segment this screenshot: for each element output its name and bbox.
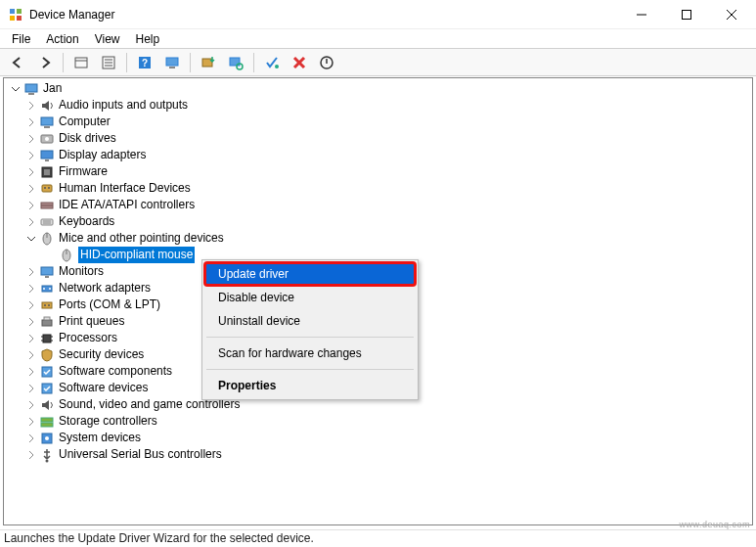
chevron-right-icon[interactable] xyxy=(23,267,39,277)
chevron-right-icon[interactable] xyxy=(23,384,39,393)
svg-rect-48 xyxy=(45,276,49,278)
tree-node[interactable]: Disk drives xyxy=(4,130,752,147)
show-hidden-button[interactable] xyxy=(69,51,93,74)
chevron-right-icon[interactable] xyxy=(23,334,39,343)
keyboard-icon xyxy=(39,214,55,230)
tree-node-label: Computer xyxy=(59,114,114,130)
chevron-right-icon[interactable] xyxy=(23,450,39,460)
tree-node-label: IDE ATA/ATAPI controllers xyxy=(59,197,199,213)
tree-node[interactable]: Computer xyxy=(4,114,752,130)
tree-node-label: Ports (COM & LPT) xyxy=(59,296,164,313)
context-menu-item[interactable]: Disable device xyxy=(204,286,416,309)
svg-rect-47 xyxy=(41,267,53,275)
chevron-right-icon[interactable] xyxy=(23,167,39,177)
enable-button[interactable] xyxy=(260,51,284,74)
svg-rect-16 xyxy=(166,58,178,66)
menu-view[interactable]: View xyxy=(87,31,128,47)
chevron-right-icon[interactable] xyxy=(23,151,39,160)
tree-node[interactable]: Display adapters xyxy=(4,147,752,163)
tree-node[interactable]: Keyboards xyxy=(4,213,752,230)
chevron-right-icon[interactable] xyxy=(23,201,39,210)
chevron-right-icon[interactable] xyxy=(23,400,39,410)
processor-icon xyxy=(39,331,55,346)
tree-node[interactable]: IDE ATA/ATAPI controllers xyxy=(4,197,752,213)
update-driver-button[interactable] xyxy=(197,51,220,74)
svg-point-30 xyxy=(45,137,49,141)
tree-node[interactable]: Universal Serial Bus controllers xyxy=(4,446,752,463)
svg-rect-55 xyxy=(42,320,52,326)
disk-icon xyxy=(39,131,55,147)
properties-button[interactable] xyxy=(97,51,120,74)
software-icon xyxy=(39,381,55,396)
chevron-down-icon[interactable] xyxy=(23,234,39,244)
menu-help[interactable]: Help xyxy=(128,31,168,47)
svg-rect-57 xyxy=(43,335,51,342)
app-icon xyxy=(8,7,23,23)
back-button[interactable] xyxy=(6,51,29,74)
svg-rect-65 xyxy=(41,423,53,427)
chevron-down-icon[interactable] xyxy=(8,84,23,94)
minimize-button[interactable] xyxy=(619,0,664,29)
tree-node-label: Jan xyxy=(43,80,66,97)
tree-node[interactable]: System devices xyxy=(4,430,752,446)
svg-rect-64 xyxy=(41,418,53,422)
menu-action[interactable]: Action xyxy=(38,31,86,47)
scan-hardware-button[interactable] xyxy=(224,51,247,74)
toolbar-separator xyxy=(126,53,127,72)
menu-separator xyxy=(206,369,414,370)
chevron-right-icon[interactable] xyxy=(23,350,39,360)
menu-separator xyxy=(206,337,414,338)
disable-button[interactable] xyxy=(315,51,338,74)
chevron-right-icon[interactable] xyxy=(23,317,39,327)
tree-node[interactable]: Storage controllers xyxy=(4,413,752,430)
close-button[interactable] xyxy=(709,0,754,29)
tree-node-label: Audio inputs and outputs xyxy=(59,97,192,114)
chevron-right-icon[interactable] xyxy=(23,217,39,227)
audio-icon xyxy=(39,98,55,114)
chevron-right-icon[interactable] xyxy=(23,134,39,144)
chevron-right-icon[interactable] xyxy=(23,101,39,111)
maximize-button[interactable] xyxy=(664,0,709,29)
tree-node[interactable]: Audio inputs and outputs xyxy=(4,97,752,114)
svg-rect-0 xyxy=(10,9,15,14)
window-title: Device Manager xyxy=(29,8,114,22)
tree-node[interactable]: Firmware xyxy=(4,163,752,180)
svg-rect-52 xyxy=(42,302,52,308)
monitor-icon xyxy=(39,264,55,280)
tree-node-label: Software devices xyxy=(59,380,152,396)
security-icon xyxy=(39,347,55,363)
context-menu-item[interactable]: Update driver xyxy=(203,261,417,287)
chevron-right-icon[interactable] xyxy=(23,367,39,377)
chevron-right-icon[interactable] xyxy=(23,184,39,194)
network-icon xyxy=(39,281,55,296)
context-menu-item[interactable]: Properties xyxy=(204,374,416,397)
tree-node-label: Keyboards xyxy=(59,213,118,230)
tree-node[interactable]: Jan xyxy=(4,80,752,97)
context-menu-item[interactable]: Uninstall device xyxy=(204,309,416,333)
chevron-right-icon[interactable] xyxy=(23,417,39,427)
device-button[interactable] xyxy=(160,51,184,74)
help-button[interactable]: ? xyxy=(133,51,156,74)
menu-file[interactable]: File xyxy=(4,31,38,47)
context-menu-item[interactable]: Scan for hardware changes xyxy=(204,342,416,365)
svg-rect-27 xyxy=(41,117,53,125)
tree-node-label: Storage controllers xyxy=(59,413,161,430)
system-icon xyxy=(39,431,55,446)
forward-button[interactable] xyxy=(33,51,57,74)
svg-point-67 xyxy=(45,436,49,440)
chevron-right-icon[interactable] xyxy=(23,117,39,127)
sound-icon xyxy=(39,397,55,413)
tree-node[interactable]: Human Interface Devices xyxy=(4,180,752,197)
uninstall-button[interactable] xyxy=(288,51,311,74)
chevron-right-icon[interactable] xyxy=(23,433,39,443)
chevron-right-icon[interactable] xyxy=(23,284,39,294)
chevron-right-icon[interactable] xyxy=(23,300,39,310)
svg-rect-26 xyxy=(28,93,34,95)
tree-node[interactable]: Mice and other pointing devices xyxy=(4,230,752,247)
display-icon xyxy=(39,148,55,163)
svg-point-68 xyxy=(46,459,49,462)
tree-node-label: Mice and other pointing devices xyxy=(59,230,228,247)
storage-icon xyxy=(39,414,55,430)
context-menu: Update driverDisable deviceUninstall dev… xyxy=(201,259,419,400)
computer-icon xyxy=(39,114,55,130)
